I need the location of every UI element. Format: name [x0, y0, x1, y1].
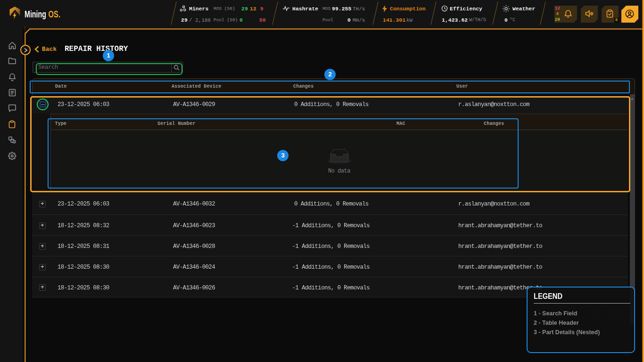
svg-text:LEGEND: LEGEND	[534, 292, 562, 300]
